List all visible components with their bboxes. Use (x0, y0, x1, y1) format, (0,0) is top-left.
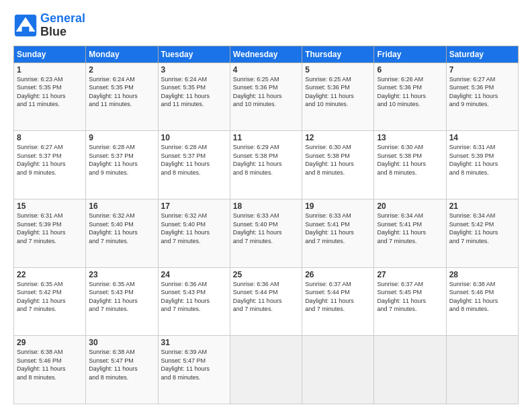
calendar-cell: 21Sunrise: 6:34 AM Sunset: 5:42 PM Dayli… (446, 199, 518, 267)
cell-info: Sunrise: 6:38 AM Sunset: 5:47 PM Dayligh… (89, 348, 154, 381)
cell-info: Sunrise: 6:35 AM Sunset: 5:42 PM Dayligh… (17, 280, 83, 314)
cell-info: Sunrise: 6:37 AM Sunset: 5:44 PM Dayligh… (305, 280, 371, 314)
calendar-cell: 25Sunrise: 6:36 AM Sunset: 5:44 PM Dayli… (230, 267, 302, 336)
col-header-thursday: Thursday (302, 46, 374, 62)
col-header-wednesday: Wednesday (230, 46, 302, 62)
day-number: 8 (17, 133, 83, 142)
cell-info: Sunrise: 6:34 AM Sunset: 5:42 PM Dayligh… (449, 212, 515, 245)
cell-info: Sunrise: 6:25 AM Sunset: 5:36 PM Dayligh… (305, 75, 371, 109)
cell-info: Sunrise: 6:27 AM Sunset: 5:37 PM Dayligh… (17, 143, 83, 177)
cell-info: Sunrise: 6:35 AM Sunset: 5:43 PM Dayligh… (89, 280, 154, 314)
calendar-cell: 14Sunrise: 6:31 AM Sunset: 5:39 PM Dayli… (446, 131, 518, 199)
calendar-cell: 31Sunrise: 6:39 AM Sunset: 5:47 PM Dayli… (158, 336, 230, 404)
col-header-sunday: Sunday (14, 46, 86, 62)
calendar-cell: 13Sunrise: 6:30 AM Sunset: 5:38 PM Dayli… (374, 131, 446, 199)
cell-info: Sunrise: 6:39 AM Sunset: 5:47 PM Dayligh… (161, 348, 227, 381)
cell-info: Sunrise: 6:38 AM Sunset: 5:46 PM Dayligh… (17, 348, 83, 381)
day-number: 31 (161, 338, 227, 347)
cell-info: Sunrise: 6:30 AM Sunset: 5:38 PM Dayligh… (377, 143, 443, 177)
header: General Blue (13, 12, 519, 39)
cell-info: Sunrise: 6:31 AM Sunset: 5:39 PM Dayligh… (17, 212, 83, 245)
calendar-cell: 28Sunrise: 6:38 AM Sunset: 5:46 PM Dayli… (446, 267, 518, 336)
cell-info: Sunrise: 6:32 AM Sunset: 5:40 PM Dayligh… (89, 212, 154, 245)
calendar-cell: 4Sunrise: 6:25 AM Sunset: 5:36 PM Daylig… (230, 62, 302, 131)
calendar-cell (230, 336, 302, 404)
calendar-cell: 3Sunrise: 6:24 AM Sunset: 5:35 PM Daylig… (158, 62, 230, 131)
cell-info: Sunrise: 6:24 AM Sunset: 5:35 PM Dayligh… (89, 75, 154, 109)
calendar-cell: 27Sunrise: 6:37 AM Sunset: 5:45 PM Dayli… (374, 267, 446, 336)
cell-info: Sunrise: 6:32 AM Sunset: 5:40 PM Dayligh… (161, 212, 227, 245)
cell-info: Sunrise: 6:28 AM Sunset: 5:37 PM Dayligh… (89, 143, 154, 177)
col-header-saturday: Saturday (446, 46, 518, 62)
day-number: 29 (17, 338, 83, 347)
calendar-cell: 8Sunrise: 6:27 AM Sunset: 5:37 PM Daylig… (14, 131, 86, 199)
calendar-cell: 24Sunrise: 6:36 AM Sunset: 5:43 PM Dayli… (158, 267, 230, 336)
calendar-cell: 12Sunrise: 6:30 AM Sunset: 5:38 PM Dayli… (302, 131, 374, 199)
day-number: 20 (377, 201, 443, 211)
day-number: 3 (161, 65, 227, 75)
day-number: 6 (377, 65, 443, 75)
logo: General Blue (13, 12, 85, 39)
day-number: 18 (233, 201, 299, 211)
day-number: 30 (89, 338, 154, 347)
calendar-cell (374, 336, 446, 404)
day-number: 23 (89, 270, 154, 279)
calendar-cell (302, 336, 374, 404)
cell-info: Sunrise: 6:38 AM Sunset: 5:46 PM Dayligh… (449, 280, 515, 314)
day-number: 1 (17, 65, 83, 75)
calendar-cell: 22Sunrise: 6:35 AM Sunset: 5:42 PM Dayli… (14, 267, 86, 336)
calendar-cell: 6Sunrise: 6:26 AM Sunset: 5:36 PM Daylig… (374, 62, 446, 131)
cell-info: Sunrise: 6:31 AM Sunset: 5:39 PM Dayligh… (449, 143, 515, 177)
calendar-cell: 26Sunrise: 6:37 AM Sunset: 5:44 PM Dayli… (302, 267, 374, 336)
cell-info: Sunrise: 6:34 AM Sunset: 5:41 PM Dayligh… (377, 212, 443, 245)
cell-info: Sunrise: 6:24 AM Sunset: 5:35 PM Dayligh… (161, 75, 227, 109)
day-number: 9 (89, 133, 154, 142)
day-number: 13 (377, 133, 443, 142)
day-number: 5 (305, 65, 371, 75)
cell-info: Sunrise: 6:30 AM Sunset: 5:38 PM Dayligh… (305, 143, 371, 177)
calendar-cell (446, 336, 518, 404)
cell-info: Sunrise: 6:29 AM Sunset: 5:38 PM Dayligh… (233, 143, 299, 177)
cell-info: Sunrise: 6:28 AM Sunset: 5:37 PM Dayligh… (161, 143, 227, 177)
cell-info: Sunrise: 6:36 AM Sunset: 5:43 PM Dayligh… (161, 280, 227, 314)
calendar-cell: 29Sunrise: 6:38 AM Sunset: 5:46 PM Dayli… (14, 336, 86, 404)
calendar-cell: 1Sunrise: 6:23 AM Sunset: 5:35 PM Daylig… (14, 62, 86, 131)
logo-text: General Blue (40, 12, 85, 39)
calendar-cell: 30Sunrise: 6:38 AM Sunset: 5:47 PM Dayli… (86, 336, 158, 404)
day-number: 11 (233, 133, 299, 142)
calendar-cell: 7Sunrise: 6:27 AM Sunset: 5:36 PM Daylig… (446, 62, 518, 131)
calendar-cell: 16Sunrise: 6:32 AM Sunset: 5:40 PM Dayli… (86, 199, 158, 267)
calendar-cell: 5Sunrise: 6:25 AM Sunset: 5:36 PM Daylig… (302, 62, 374, 131)
calendar-cell: 23Sunrise: 6:35 AM Sunset: 5:43 PM Dayli… (86, 267, 158, 336)
cell-info: Sunrise: 6:25 AM Sunset: 5:36 PM Dayligh… (233, 75, 299, 109)
day-number: 24 (161, 270, 227, 279)
calendar-cell: 18Sunrise: 6:33 AM Sunset: 5:40 PM Dayli… (230, 199, 302, 267)
calendar-table: SundayMondayTuesdayWednesdayThursdayFrid… (13, 46, 519, 404)
day-number: 15 (17, 201, 83, 211)
cell-info: Sunrise: 6:23 AM Sunset: 5:35 PM Dayligh… (17, 75, 83, 109)
day-number: 12 (305, 133, 371, 142)
cell-info: Sunrise: 6:37 AM Sunset: 5:45 PM Dayligh… (377, 280, 443, 314)
calendar-cell: 15Sunrise: 6:31 AM Sunset: 5:39 PM Dayli… (14, 199, 86, 267)
calendar-cell: 10Sunrise: 6:28 AM Sunset: 5:37 PM Dayli… (158, 131, 230, 199)
col-header-monday: Monday (86, 46, 158, 62)
col-header-friday: Friday (374, 46, 446, 62)
day-number: 21 (449, 201, 515, 211)
day-number: 2 (89, 65, 154, 75)
day-number: 17 (161, 201, 227, 211)
day-number: 19 (305, 201, 371, 211)
logo-icon (13, 13, 38, 38)
day-number: 16 (89, 201, 154, 211)
calendar-cell: 2Sunrise: 6:24 AM Sunset: 5:35 PM Daylig… (86, 62, 158, 131)
cell-info: Sunrise: 6:33 AM Sunset: 5:40 PM Dayligh… (233, 212, 299, 245)
svg-rect-2 (22, 27, 30, 32)
day-number: 14 (449, 133, 515, 142)
day-number: 27 (377, 270, 443, 279)
col-header-tuesday: Tuesday (158, 46, 230, 62)
cell-info: Sunrise: 6:27 AM Sunset: 5:36 PM Dayligh… (449, 75, 515, 109)
cell-info: Sunrise: 6:26 AM Sunset: 5:36 PM Dayligh… (377, 75, 443, 109)
day-number: 26 (305, 270, 371, 279)
calendar-cell: 11Sunrise: 6:29 AM Sunset: 5:38 PM Dayli… (230, 131, 302, 199)
day-number: 28 (449, 270, 515, 279)
day-number: 22 (17, 270, 83, 279)
